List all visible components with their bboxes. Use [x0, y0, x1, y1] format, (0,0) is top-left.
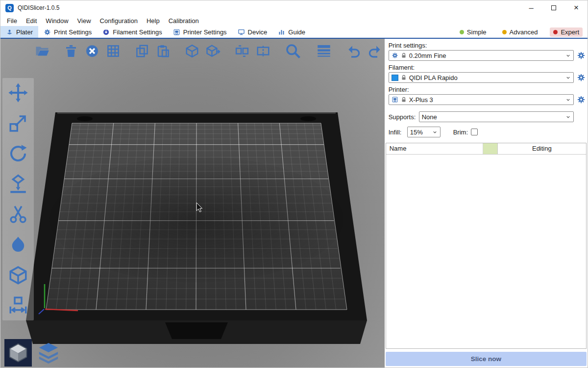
undo-button[interactable] [346, 44, 361, 58]
tab-guide-label: Guide [288, 28, 305, 36]
lock-icon [401, 97, 407, 103]
chevron-down-icon [565, 75, 571, 80]
menu-calibration[interactable]: Calibration [164, 15, 203, 26]
remove-instance-button[interactable] [206, 44, 220, 58]
name-column-header: Name [386, 143, 483, 154]
menu-configuration[interactable]: Configuration [96, 15, 142, 26]
mode-advanced[interactable]: Advanced [499, 27, 541, 37]
undo-icon [346, 44, 361, 58]
chevron-down-icon [565, 97, 571, 103]
extruder-column-header [483, 143, 498, 154]
tab-plater-label: Plater [16, 28, 33, 36]
tab-device[interactable]: Device [232, 26, 273, 38]
editing-column-header: Editing [498, 143, 586, 154]
menu-window[interactable]: Window [41, 15, 73, 26]
printer-value: X-Plus 3 [409, 96, 563, 104]
maximize-button[interactable] [542, 0, 565, 15]
supports-value: None [422, 113, 563, 121]
titlebar: Q QIDISlicer-1.0.5 ─ × [0, 0, 588, 15]
paste-icon [156, 44, 171, 58]
gizmo-toolbar [2, 78, 34, 320]
supports-combo[interactable]: None [419, 111, 574, 122]
bed-front-notch [165, 322, 228, 339]
mode-simple[interactable]: Simple [456, 27, 490, 37]
view-toggles [4, 339, 62, 367]
brim-label: Brim: [453, 129, 468, 136]
split-parts-icon [256, 44, 270, 58]
print-settings-value: 0.20mm Fine [409, 52, 563, 59]
variable-layer-height-button[interactable] [316, 43, 332, 59]
delete-all-button[interactable] [85, 44, 99, 58]
measure-button[interactable] [8, 265, 28, 286]
maximize-icon [551, 5, 556, 10]
close-button[interactable]: × [565, 0, 588, 15]
filament-label: Filament: [389, 64, 584, 71]
place-on-face-icon [8, 174, 28, 194]
rotate-button[interactable] [8, 143, 28, 164]
qidislicer-window: Q QIDISlicer-1.0.5 ─ × File Edit Window … [0, 0, 588, 368]
remove-instance-icon [206, 44, 220, 58]
split-parts-button[interactable] [256, 44, 270, 58]
menu-file[interactable]: File [2, 15, 22, 26]
3d-editor-view-button[interactable] [4, 339, 32, 367]
place-on-face-button[interactable] [8, 174, 28, 194]
scale-button[interactable] [8, 113, 28, 133]
tab-print-settings[interactable]: Print Settings [38, 26, 97, 38]
filament-value: QIDI PLA Rapido [409, 74, 563, 81]
menu-edit[interactable]: Edit [22, 15, 41, 26]
open-button[interactable] [35, 44, 49, 58]
delete-button[interactable] [64, 44, 78, 58]
lock-icon [401, 53, 407, 58]
3d-viewport[interactable] [0, 39, 385, 368]
search-icon [285, 43, 301, 59]
spacing-button[interactable] [8, 295, 28, 316]
printer-gear-button[interactable] [577, 95, 586, 104]
mode-advanced-label: Advanced [510, 28, 538, 36]
app-icon: Q [5, 4, 14, 12]
arrange-button[interactable] [106, 44, 121, 58]
printer-label: Printer: [389, 86, 584, 93]
add-instance-button[interactable] [185, 44, 199, 58]
measure-icon [8, 265, 28, 286]
printer-combo[interactable]: X-Plus 3 [389, 94, 574, 105]
delete-icon [64, 44, 78, 58]
chevron-down-icon [565, 114, 571, 120]
object-list-header: Name Editing [386, 143, 586, 155]
infill-label: Infill: [389, 129, 407, 136]
filament-gear-button[interactable] [577, 73, 586, 82]
mode-expert[interactable]: Expert [550, 27, 583, 37]
tab-guide[interactable]: Guide [272, 26, 311, 38]
print-bed-scene [0, 39, 385, 368]
brim-checkbox[interactable] [471, 129, 478, 135]
object-list-body[interactable] [386, 155, 586, 348]
filament-color-swatch [392, 75, 398, 81]
print-settings-icon [44, 28, 51, 36]
lock-icon [401, 75, 407, 80]
seam-button[interactable] [8, 235, 28, 255]
move-button[interactable] [8, 82, 28, 103]
add-instance-icon [185, 44, 199, 58]
paste-button[interactable] [156, 44, 171, 58]
redo-button[interactable] [368, 44, 382, 58]
cut-button[interactable] [8, 204, 28, 225]
simple-dot-icon [460, 30, 464, 34]
infill-combo[interactable]: 15% [407, 127, 441, 137]
tab-printer-settings[interactable]: Printer Settings [168, 26, 232, 38]
seam-icon [8, 235, 28, 255]
slice-now-button[interactable]: Slice now [386, 352, 587, 366]
preview-view-button[interactable] [35, 339, 62, 367]
search-button[interactable] [285, 43, 301, 59]
filament-combo[interactable]: QIDI PLA Rapido [389, 72, 574, 83]
tab-printer-settings-label: Printer Settings [183, 28, 227, 36]
menu-help[interactable]: Help [142, 15, 164, 26]
print-settings-gear-button[interactable] [577, 51, 586, 60]
minimize-button[interactable]: ─ [520, 0, 542, 15]
tab-plater[interactable]: Plater [0, 26, 38, 38]
copy-button[interactable] [135, 44, 149, 58]
printer-settings-icon [173, 28, 180, 36]
open-icon [35, 44, 49, 58]
print-settings-combo[interactable]: 0.20mm Fine [389, 50, 574, 61]
split-objects-button[interactable] [235, 44, 249, 58]
menu-view[interactable]: View [73, 15, 96, 26]
tab-filament-settings[interactable]: Filament Settings [97, 26, 167, 38]
